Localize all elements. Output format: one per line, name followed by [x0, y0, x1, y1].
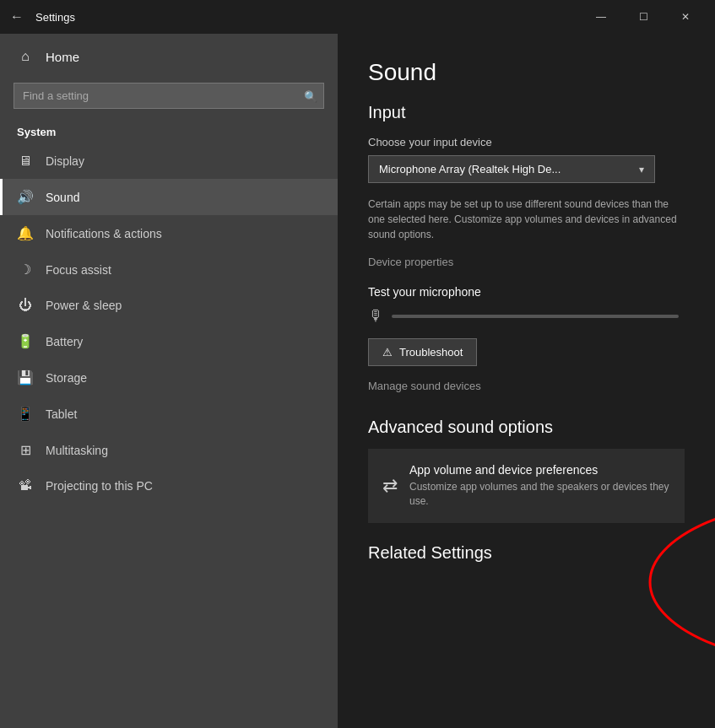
- sidebar-item-sound[interactable]: 🔊 Sound: [0, 179, 338, 215]
- sidebar-item-label: Battery: [46, 335, 83, 348]
- sidebar-item-label: Sound: [46, 191, 79, 204]
- display-icon: 🖥: [17, 154, 34, 169]
- advanced-section-title: Advanced sound options: [368, 418, 685, 437]
- notifications-icon: 🔔: [17, 225, 34, 241]
- manage-sound-link[interactable]: Manage sound devices: [368, 380, 685, 392]
- projecting-icon: 📽: [17, 478, 34, 493]
- main-layout: ⌂ Home 🔍 System 🖥 Display 🔊 Sound 🔔 Noti…: [0, 34, 715, 728]
- page-title: Sound: [368, 59, 685, 86]
- sidebar-home[interactable]: ⌂ Home: [0, 34, 338, 79]
- search-input[interactable]: [14, 83, 324, 109]
- test-mic-label: Test your microphone: [368, 285, 685, 299]
- focus-icon: ☽: [17, 262, 34, 278]
- sidebar-item-label: Tablet: [46, 407, 77, 421]
- storage-icon: 💾: [17, 369, 34, 386]
- input-info-text: Certain apps may be set up to use differ…: [368, 197, 685, 242]
- choose-input-label: Choose your input device: [368, 136, 685, 148]
- app-volume-card[interactable]: ⇄ App volume and device preferences Cust…: [368, 449, 685, 523]
- sidebar-item-tablet[interactable]: 📱 Tablet: [0, 396, 338, 432]
- input-section-title: Input: [368, 103, 685, 122]
- sidebar: ⌂ Home 🔍 System 🖥 Display 🔊 Sound 🔔 Noti…: [0, 34, 338, 728]
- multitasking-icon: ⊞: [17, 442, 34, 458]
- window-title: Settings: [35, 11, 75, 24]
- window-controls: — ☐ ✕: [582, 0, 705, 34]
- related-settings-title: Related Settings: [368, 543, 685, 563]
- close-button[interactable]: ✕: [666, 0, 705, 34]
- input-device-dropdown[interactable]: Microphone Array (Realtek High De... ▾: [368, 155, 655, 183]
- sound-icon: 🔊: [17, 189, 34, 205]
- sidebar-item-projecting[interactable]: 📽 Projecting to this PC: [0, 468, 338, 504]
- sidebar-item-storage[interactable]: 💾 Storage: [0, 359, 338, 396]
- input-device-value: Microphone Array (Realtek High De...: [379, 163, 561, 175]
- microphone-icon: 🎙: [368, 307, 383, 325]
- titlebar: ← Settings — ☐ ✕: [0, 0, 715, 34]
- app-volume-card-title: App volume and device preferences: [409, 463, 670, 477]
- mic-row: 🎙: [368, 307, 685, 325]
- troubleshoot-button[interactable]: ⚠ Troubleshoot: [368, 338, 477, 366]
- sidebar-item-notifications[interactable]: 🔔 Notifications & actions: [0, 215, 338, 251]
- home-icon: ⌂: [17, 49, 34, 64]
- sidebar-item-label: Storage: [46, 371, 87, 385]
- sidebar-item-label: Notifications & actions: [46, 227, 162, 240]
- mic-bar-container: [392, 315, 679, 318]
- sidebar-item-label: Focus assist: [46, 263, 111, 277]
- svg-point-0: [650, 498, 715, 666]
- sidebar-item-label: Display: [46, 154, 84, 168]
- sidebar-item-label: Multitasking: [46, 444, 108, 457]
- minimize-button[interactable]: —: [582, 0, 620, 34]
- sidebar-item-label: Power & sleep: [46, 299, 122, 312]
- sidebar-item-battery[interactable]: 🔋 Battery: [0, 323, 338, 359]
- sidebar-item-display[interactable]: 🖥 Display: [0, 143, 338, 179]
- device-properties-link[interactable]: Device properties: [368, 256, 685, 268]
- tablet-icon: 📱: [17, 406, 34, 422]
- power-icon: ⏻: [17, 298, 34, 313]
- battery-icon: 🔋: [17, 333, 34, 349]
- search-container: 🔍: [14, 83, 324, 109]
- sliders-icon: ⇄: [382, 475, 398, 497]
- sidebar-item-power[interactable]: ⏻ Power & sleep: [0, 288, 338, 323]
- sidebar-item-label: Projecting to this PC: [46, 479, 153, 493]
- warning-icon: ⚠: [382, 346, 393, 359]
- chevron-down-icon: ▾: [639, 164, 644, 175]
- sidebar-item-focus[interactable]: ☽ Focus assist: [0, 251, 338, 288]
- troubleshoot-label: Troubleshoot: [399, 346, 463, 359]
- restore-button[interactable]: ☐: [624, 0, 663, 34]
- back-button[interactable]: ←: [10, 9, 24, 24]
- search-icon: 🔍: [304, 89, 317, 102]
- content-area: Sound Input Choose your input device Mic…: [338, 34, 715, 728]
- app-volume-card-subtitle: Customize app volumes and the speakers o…: [409, 480, 670, 509]
- sidebar-item-multitasking[interactable]: ⊞ Multitasking: [0, 432, 338, 468]
- home-label: Home: [46, 50, 79, 64]
- app-volume-card-text: App volume and device preferences Custom…: [409, 463, 670, 509]
- input-device-dropdown-container: Microphone Array (Realtek High De... ▾: [368, 155, 685, 183]
- sidebar-section-label: System: [0, 119, 338, 143]
